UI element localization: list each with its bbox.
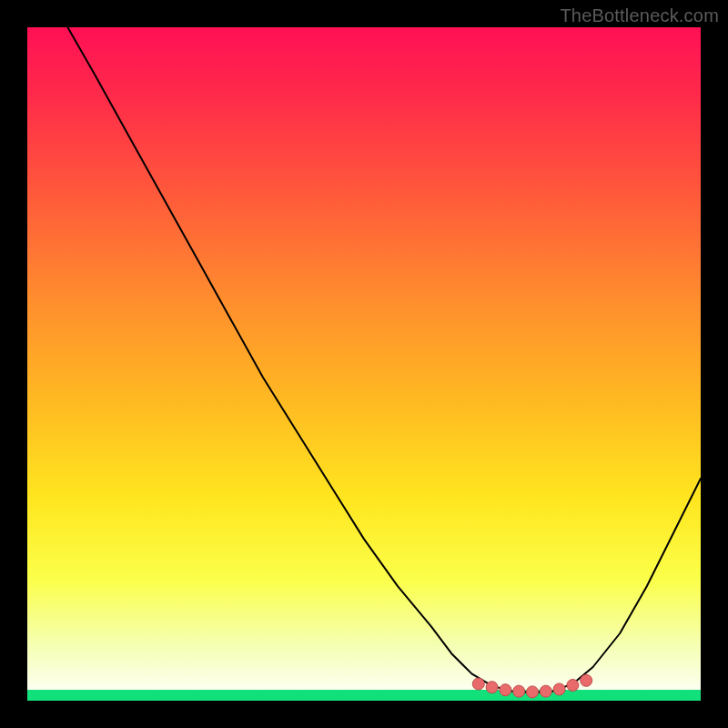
trough-marker	[553, 683, 565, 695]
plot-area	[27, 27, 701, 701]
trough-marker	[567, 679, 579, 691]
trough-marker	[540, 685, 551, 697]
watermark-text: TheBottleneck.com	[560, 5, 719, 26]
trough-marker	[527, 686, 539, 698]
trough-marker	[581, 674, 592, 686]
plot-svg	[27, 27, 701, 701]
trough-marker	[486, 682, 498, 693]
chart-stage: TheBottleneck.com	[0, 0, 728, 728]
trough-marker	[513, 685, 525, 697]
trough-marker	[472, 678, 484, 690]
trough-marker	[500, 684, 511, 696]
trough-markers	[472, 674, 592, 698]
bottleneck-curve	[67, 27, 701, 693]
